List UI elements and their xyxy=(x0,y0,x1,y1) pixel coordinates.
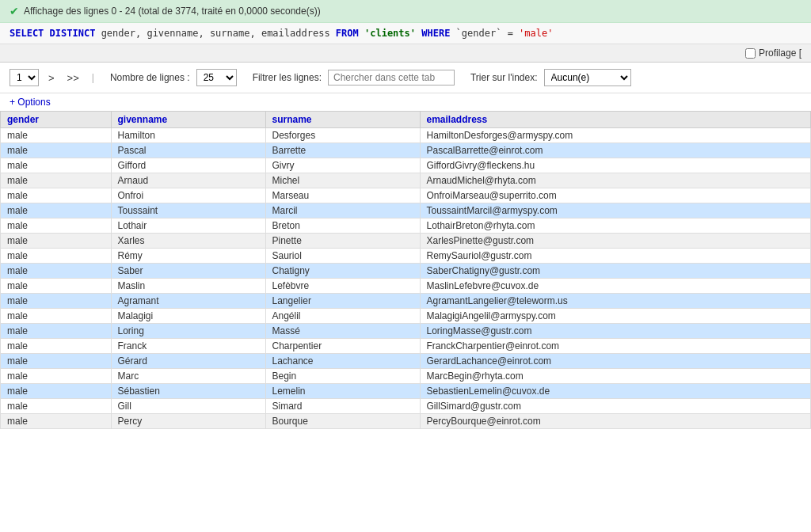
table-row: maleOnfroiMarseauOnfroiMarseau@superrito… xyxy=(1,188,811,203)
table-row: malePascalBarrettePascalBarrette@einrot.… xyxy=(1,143,811,158)
page-select[interactable]: 1 xyxy=(10,69,39,86)
cell-givenname: Agramant xyxy=(111,294,265,309)
table-row: maleXarlesPinetteXarlesPinette@gustr.com xyxy=(1,234,811,249)
rows-select[interactable]: 25 10 50 100 xyxy=(196,69,237,86)
cell-givenname: Percy xyxy=(111,414,265,429)
cell-emailaddress: MarcBegin@rhyta.com xyxy=(420,369,811,384)
table-row: maleSaberChatignySaberChatigny@gustr.com xyxy=(1,264,811,279)
cell-emailaddress: GillSimard@gustr.com xyxy=(420,399,811,414)
cell-emailaddress: HamiltonDesforges@armyspy.com xyxy=(420,128,811,143)
cell-givenname: Saber xyxy=(111,264,265,279)
cell-givenname: Lothair xyxy=(111,218,265,234)
cell-givenname: Malagigi xyxy=(111,309,265,324)
rows-label: Nombre de lignes : xyxy=(110,72,190,83)
sql-table: 'clients' xyxy=(364,28,416,39)
table-row: maleLoringMasséLoringMasse@gustr.com xyxy=(1,324,811,339)
profilage-checkbox[interactable] xyxy=(745,48,756,59)
cell-surname: Lachance xyxy=(265,354,420,369)
success-message: Affichage des lignes 0 - 24 (total de 37… xyxy=(24,6,321,17)
cell-emailaddress: SaberChatigny@gustr.com xyxy=(420,264,811,279)
cell-gender: male xyxy=(1,309,112,324)
cell-givenname: Xarles xyxy=(111,234,265,249)
cell-givenname: Pascal xyxy=(111,143,265,158)
table-row: maleGérardLachanceGerardLachance@einrot.… xyxy=(1,354,811,369)
sql-select: SELECT xyxy=(10,28,44,39)
table-row: maleHamiltonDesforgesHamiltonDesforges@a… xyxy=(1,128,811,143)
cell-emailaddress: ToussaintMarcil@armyspy.com xyxy=(420,203,811,218)
table-row: maleMarcBeginMarcBegin@rhyta.com xyxy=(1,369,811,384)
table-row: maleFranckCharpentierFranckCharpentier@e… xyxy=(1,339,811,354)
sort-select[interactable]: Aucun(e) xyxy=(544,69,631,86)
cell-gender: male xyxy=(1,369,112,384)
table-row: maleAgramantLangelierAgramantLangelier@t… xyxy=(1,294,811,309)
options-link[interactable]: + Options xyxy=(0,93,811,111)
sql-distinct: DISTINCT xyxy=(50,28,96,39)
cell-givenname: Rémy xyxy=(111,249,265,264)
table-row: maleRémySauriolRemySauriol@gustr.com xyxy=(1,249,811,264)
cell-emailaddress: ArnaudMichel@rhyta.com xyxy=(420,173,811,188)
success-icon: ✔ xyxy=(10,5,19,17)
sql-bar: SELECT DISTINCT gender, givenname, surna… xyxy=(0,23,811,44)
cell-emailaddress: GerardLachance@einrot.com xyxy=(420,354,811,369)
cell-surname: Angélil xyxy=(265,309,420,324)
cell-emailaddress: AgramantLangelier@teleworm.us xyxy=(420,294,811,309)
cell-givenname: Marc xyxy=(111,369,265,384)
cell-gender: male xyxy=(1,234,112,249)
table-row: maleArnaudMichelArnaudMichel@rhyta.com xyxy=(1,173,811,188)
sort-label: Trier sur l'index: xyxy=(470,72,538,83)
cell-surname: Charpentier xyxy=(265,339,420,354)
nav-last-btn[interactable]: >> xyxy=(64,70,82,86)
cell-givenname: Loring xyxy=(111,324,265,339)
cell-surname: Desforges xyxy=(265,128,420,143)
cell-gender: male xyxy=(1,339,112,354)
cell-surname: Langelier xyxy=(265,294,420,309)
cell-gender: male xyxy=(1,218,112,234)
cell-givenname: Franck xyxy=(111,339,265,354)
cell-gender: male xyxy=(1,203,112,218)
col-header-emailaddress[interactable]: emailaddress xyxy=(420,112,811,128)
cell-givenname: Onfroi xyxy=(111,188,265,203)
col-header-gender[interactable]: gender xyxy=(1,112,112,128)
cell-emailaddress: PascalBarrette@einrot.com xyxy=(420,143,811,158)
table-row: maleSébastienLemelinSebastienLemelin@cuv… xyxy=(1,384,811,399)
cell-emailaddress: PercyBourque@einrot.com xyxy=(420,414,811,429)
cell-gender: male xyxy=(1,414,112,429)
col-header-surname[interactable]: surname xyxy=(265,112,420,128)
cell-surname: Michel xyxy=(265,173,420,188)
table-header-row: gender givenname surname emailaddress xyxy=(1,112,811,128)
cell-emailaddress: MalagigiAngelil@armyspy.com xyxy=(420,309,811,324)
cell-surname: Breton xyxy=(265,218,420,234)
cell-emailaddress: RemySauriol@gustr.com xyxy=(420,249,811,264)
col-header-givenname[interactable]: givenname xyxy=(111,112,265,128)
sql-condition-eq: = xyxy=(508,28,513,39)
cell-surname: Bourque xyxy=(265,414,420,429)
filter-input[interactable] xyxy=(328,70,455,86)
sql-where: WHERE xyxy=(421,28,450,39)
cell-emailaddress: SebastienLemelin@cuvox.de xyxy=(420,384,811,399)
cell-emailaddress: MaslinLefebvre@cuvox.de xyxy=(420,279,811,294)
cell-givenname: Gérard xyxy=(111,354,265,369)
cell-gender: male xyxy=(1,354,112,369)
cell-surname: Marseau xyxy=(265,188,420,203)
cell-givenname: Sébastien xyxy=(111,384,265,399)
cell-givenname: Maslin xyxy=(111,279,265,294)
cell-surname: Lefèbvre xyxy=(265,279,420,294)
cell-surname: Sauriol xyxy=(265,249,420,264)
cell-surname: Pinette xyxy=(265,234,420,249)
table-row: maleToussaintMarcilToussaintMarcil@armys… xyxy=(1,203,811,218)
cell-givenname: Arnaud xyxy=(111,173,265,188)
toolbar-bar: Profilage [ xyxy=(0,44,811,63)
cell-givenname: Gifford xyxy=(111,158,265,173)
table-row: malePercyBourquePercyBourque@einrot.com xyxy=(1,414,811,429)
sql-fields: gender, givenname, surname, emailaddress xyxy=(101,28,330,39)
cell-emailaddress: LothairBreton@rhyta.com xyxy=(420,218,811,234)
cell-givenname: Hamilton xyxy=(111,128,265,143)
profilage-section: Profilage [ xyxy=(745,48,801,59)
cell-gender: male xyxy=(1,188,112,203)
success-bar: ✔ Affichage des lignes 0 - 24 (total de … xyxy=(0,0,811,23)
sql-from: FROM xyxy=(336,28,359,39)
nav-separator: | xyxy=(92,72,94,83)
table-row: maleLothairBretonLothairBreton@rhyta.com xyxy=(1,218,811,234)
nav-next-btn[interactable]: > xyxy=(45,70,58,86)
cell-gender: male xyxy=(1,399,112,414)
